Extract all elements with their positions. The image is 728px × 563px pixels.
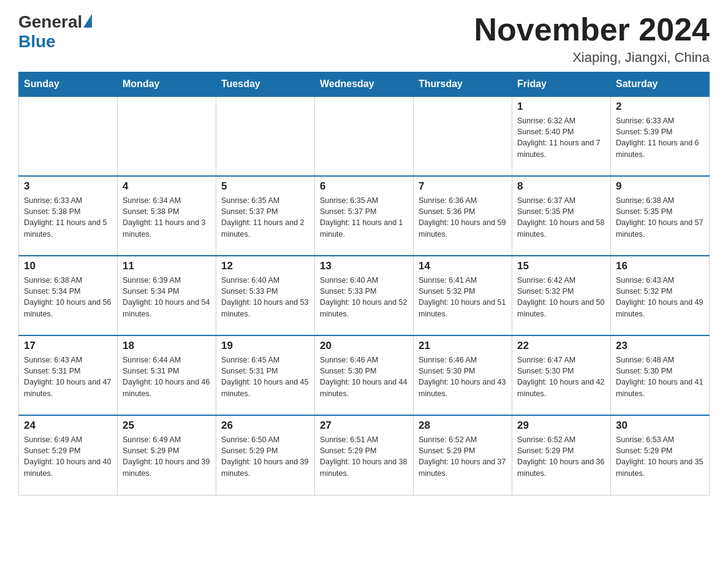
day-info: Sunrise: 6:52 AM Sunset: 5:29 PM Dayligh… [419,434,507,479]
day-number: 15 [517,260,605,272]
day-info: Sunrise: 6:43 AM Sunset: 5:32 PM Dayligh… [616,275,704,320]
calendar-cell [315,96,414,176]
day-info: Sunrise: 6:53 AM Sunset: 5:29 PM Dayligh… [616,434,704,479]
calendar-cell: 11Sunrise: 6:39 AM Sunset: 5:34 PM Dayli… [118,256,216,335]
day-number: 4 [123,180,211,193]
day-info: Sunrise: 6:46 AM Sunset: 5:30 PM Dayligh… [320,354,408,399]
day-info: Sunrise: 6:39 AM Sunset: 5:34 PM Dayligh… [123,275,211,320]
day-number: 21 [419,340,507,352]
day-info: Sunrise: 6:33 AM Sunset: 5:39 PM Dayligh… [616,115,704,160]
day-info: Sunrise: 6:49 AM Sunset: 5:29 PM Dayligh… [123,434,211,479]
day-info: Sunrise: 6:40 AM Sunset: 5:33 PM Dayligh… [320,275,408,320]
day-info: Sunrise: 6:52 AM Sunset: 5:29 PM Dayligh… [517,434,605,479]
page-header: General Blue November 2024 Xiaping, Jian… [18,12,710,66]
day-number: 25 [123,419,211,432]
calendar-cell: 24Sunrise: 6:49 AM Sunset: 5:29 PM Dayli… [19,415,118,495]
day-info: Sunrise: 6:42 AM Sunset: 5:32 PM Dayligh… [517,275,605,320]
calendar-cell: 20Sunrise: 6:46 AM Sunset: 5:30 PM Dayli… [315,335,414,415]
calendar-cell: 25Sunrise: 6:49 AM Sunset: 5:29 PM Dayli… [118,415,216,495]
day-number: 7 [419,180,507,193]
day-info: Sunrise: 6:41 AM Sunset: 5:32 PM Dayligh… [419,275,507,320]
calendar-cell: 13Sunrise: 6:40 AM Sunset: 5:33 PM Dayli… [315,256,414,335]
logo: General Blue [18,12,93,52]
calendar-cell: 15Sunrise: 6:42 AM Sunset: 5:32 PM Dayli… [512,256,611,335]
calendar-cell: 8Sunrise: 6:37 AM Sunset: 5:35 PM Daylig… [512,176,611,256]
calendar-cell: 7Sunrise: 6:36 AM Sunset: 5:36 PM Daylig… [414,176,512,256]
calendar-week-row: 17Sunrise: 6:43 AM Sunset: 5:31 PM Dayli… [19,335,710,415]
day-info: Sunrise: 6:46 AM Sunset: 5:30 PM Dayligh… [419,354,507,399]
calendar-cell: 18Sunrise: 6:44 AM Sunset: 5:31 PM Dayli… [118,335,216,415]
calendar-cell: 30Sunrise: 6:53 AM Sunset: 5:29 PM Dayli… [611,415,710,495]
day-number: 24 [24,419,112,432]
weekday-header-wednesday: Wednesday [315,72,414,97]
day-number: 28 [419,419,507,432]
calendar-cell: 16Sunrise: 6:43 AM Sunset: 5:32 PM Dayli… [611,256,710,335]
day-number: 16 [616,260,704,272]
day-info: Sunrise: 6:40 AM Sunset: 5:33 PM Dayligh… [221,275,309,320]
day-number: 14 [419,260,507,272]
calendar-week-row: 24Sunrise: 6:49 AM Sunset: 5:29 PM Dayli… [19,415,710,495]
calendar-cell: 6Sunrise: 6:35 AM Sunset: 5:37 PM Daylig… [315,176,414,256]
calendar-table: SundayMondayTuesdayWednesdayThursdayFrid… [18,72,710,496]
day-number: 22 [517,340,605,352]
day-number: 30 [616,419,704,432]
day-number: 29 [517,419,605,432]
day-number: 9 [616,180,704,193]
weekday-header-friday: Friday [512,72,611,97]
day-number: 5 [221,180,309,193]
calendar-cell: 27Sunrise: 6:51 AM Sunset: 5:29 PM Dayli… [315,415,414,495]
day-number: 13 [320,260,408,272]
day-info: Sunrise: 6:38 AM Sunset: 5:34 PM Dayligh… [24,275,112,320]
day-info: Sunrise: 6:51 AM Sunset: 5:29 PM Dayligh… [320,434,408,479]
calendar-cell: 22Sunrise: 6:47 AM Sunset: 5:30 PM Dayli… [512,335,611,415]
weekday-header-monday: Monday [118,72,216,97]
header-right: November 2024 Xiaping, Jiangxi, China [474,12,710,66]
calendar-cell: 23Sunrise: 6:48 AM Sunset: 5:30 PM Dayli… [611,335,710,415]
day-info: Sunrise: 6:38 AM Sunset: 5:35 PM Dayligh… [616,195,704,240]
calendar-cell: 17Sunrise: 6:43 AM Sunset: 5:31 PM Dayli… [19,335,118,415]
day-number: 23 [616,340,704,352]
day-number: 27 [320,419,408,432]
weekday-header-saturday: Saturday [611,72,710,97]
calendar-cell [216,96,315,176]
calendar-cell: 12Sunrise: 6:40 AM Sunset: 5:33 PM Dayli… [216,256,315,335]
calendar-cell: 10Sunrise: 6:38 AM Sunset: 5:34 PM Dayli… [19,256,118,335]
day-number: 10 [24,260,112,272]
day-info: Sunrise: 6:44 AM Sunset: 5:31 PM Dayligh… [123,354,211,399]
calendar-week-row: 10Sunrise: 6:38 AM Sunset: 5:34 PM Dayli… [19,256,710,335]
calendar-cell [118,96,216,176]
day-info: Sunrise: 6:35 AM Sunset: 5:37 PM Dayligh… [320,195,408,240]
day-info: Sunrise: 6:33 AM Sunset: 5:38 PM Dayligh… [24,195,112,240]
day-info: Sunrise: 6:34 AM Sunset: 5:38 PM Dayligh… [123,195,211,240]
day-info: Sunrise: 6:37 AM Sunset: 5:35 PM Dayligh… [517,195,605,240]
day-number: 6 [320,180,408,193]
weekday-header-tuesday: Tuesday [216,72,315,97]
day-info: Sunrise: 6:43 AM Sunset: 5:31 PM Dayligh… [24,354,112,399]
calendar-cell: 1Sunrise: 6:32 AM Sunset: 5:40 PM Daylig… [512,96,611,176]
calendar-week-row: 3Sunrise: 6:33 AM Sunset: 5:38 PM Daylig… [19,176,710,256]
day-number: 2 [616,101,704,113]
location-text: Xiaping, Jiangxi, China [474,50,710,66]
day-number: 11 [123,260,211,272]
weekday-header-sunday: Sunday [19,72,118,97]
calendar-cell: 29Sunrise: 6:52 AM Sunset: 5:29 PM Dayli… [512,415,611,495]
calendar-cell: 9Sunrise: 6:38 AM Sunset: 5:35 PM Daylig… [611,176,710,256]
calendar-cell: 28Sunrise: 6:52 AM Sunset: 5:29 PM Dayli… [414,415,512,495]
calendar-cell: 26Sunrise: 6:50 AM Sunset: 5:29 PM Dayli… [216,415,315,495]
weekday-header-row: SundayMondayTuesdayWednesdayThursdayFrid… [19,72,710,97]
calendar-cell: 21Sunrise: 6:46 AM Sunset: 5:30 PM Dayli… [414,335,512,415]
day-info: Sunrise: 6:32 AM Sunset: 5:40 PM Dayligh… [517,115,605,160]
calendar-cell: 5Sunrise: 6:35 AM Sunset: 5:37 PM Daylig… [216,176,315,256]
calendar-week-row: 1Sunrise: 6:32 AM Sunset: 5:40 PM Daylig… [19,96,710,176]
calendar-cell: 19Sunrise: 6:45 AM Sunset: 5:31 PM Dayli… [216,335,315,415]
day-number: 17 [24,340,112,352]
calendar-cell: 3Sunrise: 6:33 AM Sunset: 5:38 PM Daylig… [19,176,118,256]
day-info: Sunrise: 6:48 AM Sunset: 5:30 PM Dayligh… [616,354,704,399]
logo-general-text: General [18,12,82,32]
calendar-cell: 14Sunrise: 6:41 AM Sunset: 5:32 PM Dayli… [414,256,512,335]
logo-blue-text: Blue [18,32,56,52]
calendar-cell [19,96,118,176]
day-number: 12 [221,260,309,272]
day-info: Sunrise: 6:47 AM Sunset: 5:30 PM Dayligh… [517,354,605,399]
weekday-header-thursday: Thursday [414,72,512,97]
